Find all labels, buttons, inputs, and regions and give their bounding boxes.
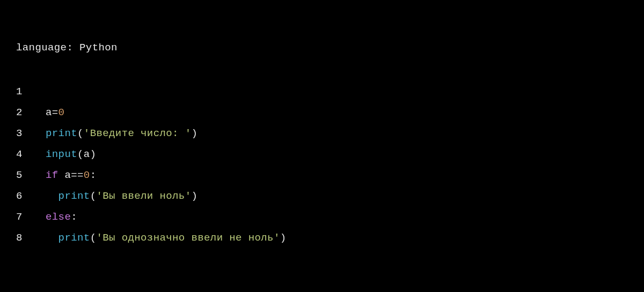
code-line[interactable]: 2a=0 (16, 102, 628, 123)
line-number: 5 (16, 165, 46, 186)
code-content[interactable]: print('Введите число: ') (46, 123, 197, 144)
code-content[interactable]: print('Вы однозначно ввели не ноль') (46, 228, 287, 249)
code-token: print (58, 190, 90, 202)
code-content[interactable]: if a==0: (46, 165, 96, 186)
code-line[interactable]: 8 print('Вы однозначно ввели не ноль') (16, 228, 628, 249)
code-token: if (46, 169, 58, 181)
code-token: 0 (84, 169, 90, 181)
code-line[interactable]: 5if a==0: (16, 165, 628, 186)
code-line[interactable]: 4input(a) (16, 144, 628, 165)
code-token: ( (77, 128, 84, 139)
code-token: 'Вы ввели ноль' (96, 190, 191, 202)
code-line[interactable]: 6 print('Вы ввели ноль') (16, 186, 628, 207)
code-content[interactable]: else: (46, 207, 77, 228)
line-number: 7 (16, 207, 46, 228)
line-number: 3 (16, 123, 46, 144)
code-token: 'Вы однозначно ввели не ноль' (96, 232, 280, 244)
line-number: 2 (16, 102, 46, 123)
code-token: else (46, 211, 71, 223)
code-content[interactable]: a=0 (46, 102, 64, 123)
line-number: 1 (16, 81, 46, 102)
code-token (46, 232, 58, 244)
code-token: (a) (77, 148, 96, 160)
line-number: 8 (16, 228, 46, 249)
code-editor: language: Python 12a=03print('Введите чи… (0, 0, 644, 265)
code-content[interactable]: print('Вы ввели ноль') (46, 186, 197, 207)
language-value: Python (79, 42, 118, 54)
code-line[interactable]: 1 (16, 81, 628, 102)
code-content[interactable]: input(a) (46, 144, 96, 165)
code-token: print (58, 232, 90, 244)
line-number: 6 (16, 186, 46, 207)
code-token: ) (191, 190, 197, 202)
code-token: ( (90, 232, 97, 244)
language-label: language: (16, 42, 79, 54)
code-token: : (90, 169, 97, 181)
code-token: ) (191, 128, 197, 139)
code-token: input (46, 148, 77, 160)
code-token: print (46, 128, 77, 139)
code-token: ( (90, 190, 97, 202)
code-token: 0 (58, 107, 65, 118)
language-header: language: Python (16, 42, 628, 54)
code-token (46, 190, 58, 202)
code-token: : (71, 211, 77, 223)
code-token: ) (280, 232, 287, 244)
code-area[interactable]: 12a=03print('Введите число: ')4input(a)5… (16, 81, 628, 249)
line-number: 4 (16, 144, 46, 165)
code-token: 'Введите число: ' (84, 128, 192, 139)
code-token: a== (58, 169, 84, 181)
code-line[interactable]: 3print('Введите число: ') (16, 123, 628, 144)
code-line[interactable]: 7else: (16, 207, 628, 228)
code-token: a= (46, 107, 58, 118)
